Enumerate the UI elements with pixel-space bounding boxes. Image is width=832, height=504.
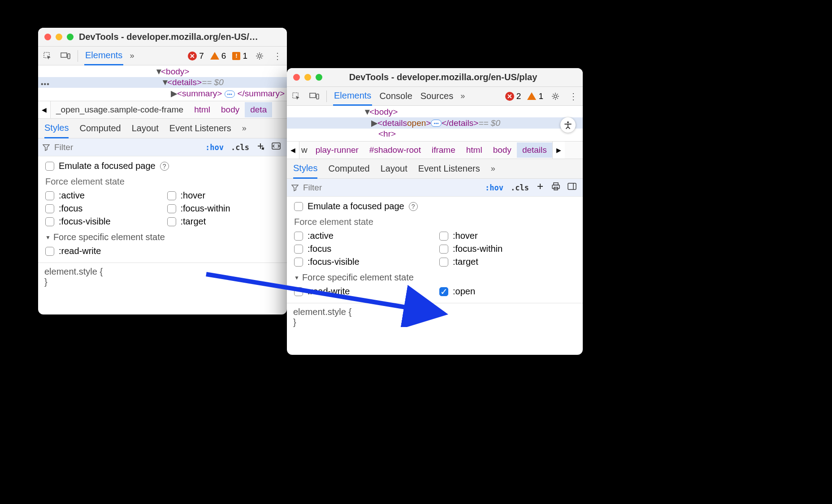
focus-visible-checkbox[interactable]	[45, 217, 54, 226]
tab-sources[interactable]: Sources	[420, 87, 454, 105]
subtab-layout[interactable]: Layout	[132, 119, 159, 138]
subtab-computed[interactable]: Computed	[79, 119, 121, 138]
scroll-right-icon[interactable]: ▶	[552, 142, 565, 159]
zoom-icon[interactable]	[67, 34, 74, 40]
hover-checkbox[interactable]	[439, 232, 448, 241]
emulate-focused-label: Emulate a focused page	[308, 201, 404, 211]
close-icon[interactable]	[44, 34, 51, 40]
more-subtabs-icon[interactable]: »	[491, 164, 495, 173]
crumb-details[interactable]: deta	[245, 102, 272, 117]
inspect-icon[interactable]	[42, 50, 53, 62]
target-checkbox[interactable]	[439, 258, 448, 267]
zoom-icon[interactable]	[316, 74, 322, 81]
focus-within-checkbox[interactable]	[439, 245, 448, 254]
filter-input[interactable]: Filter	[291, 183, 480, 193]
active-checkbox[interactable]	[294, 232, 303, 241]
warnings-badge[interactable]: 1	[527, 91, 543, 101]
crumb-shadow-root[interactable]: #shadow-root	[364, 142, 426, 158]
print-icon[interactable]	[550, 181, 562, 194]
filter-bar: Filter :hov .cls	[38, 138, 287, 156]
cls-button[interactable]: .cls	[229, 142, 251, 153]
svg-rect-12	[552, 185, 559, 189]
gear-icon[interactable]	[550, 90, 561, 102]
focus-checkbox[interactable]	[294, 245, 303, 254]
inspect-icon[interactable]	[290, 90, 302, 102]
specific-state-header[interactable]: ▼Force specific element state	[45, 232, 280, 242]
hov-button[interactable]: :hov	[204, 142, 225, 153]
subtab-event-listeners[interactable]: Event Listeners	[418, 159, 480, 178]
crumb-body[interactable]: body	[216, 102, 245, 117]
ellipsis-icon[interactable]: •••	[225, 90, 235, 98]
kebab-icon[interactable]: ⋮	[272, 50, 283, 62]
emulate-focused-checkbox[interactable]	[294, 202, 303, 211]
scroll-left-icon[interactable]: ◀	[287, 142, 299, 159]
new-style-icon[interactable]	[255, 141, 266, 153]
tab-elements[interactable]: Elements	[333, 87, 372, 106]
specific-state-header[interactable]: ▼Force specific element state	[294, 272, 576, 283]
crumb-details[interactable]: details	[517, 142, 552, 158]
focus-within-checkbox[interactable]	[167, 204, 176, 213]
hover-checkbox[interactable]	[167, 191, 176, 200]
crumb-body[interactable]: body	[488, 142, 517, 158]
emulate-focused-checkbox[interactable]	[45, 162, 54, 171]
dom-tree[interactable]: ▼<body> ••• ▼<details> == $0 ▶<summary> …	[38, 65, 287, 101]
help-icon[interactable]: ?	[160, 162, 169, 171]
more-subtabs-icon[interactable]: »	[242, 124, 247, 133]
svg-rect-1	[61, 53, 67, 57]
target-checkbox[interactable]	[167, 217, 176, 226]
minimize-icon[interactable]	[56, 34, 62, 40]
panel-icon[interactable]	[270, 142, 282, 153]
new-style-icon[interactable]	[534, 181, 546, 194]
element-style-block[interactable]: element.style { }	[38, 263, 287, 291]
device-icon[interactable]	[308, 90, 320, 102]
open-checkbox[interactable]: ✓	[439, 287, 448, 296]
kebab-icon[interactable]: ⋮	[568, 90, 579, 102]
svg-point-10	[567, 121, 569, 123]
hov-button[interactable]: :hov	[483, 182, 505, 193]
overflow-dots-icon[interactable]: •••	[41, 80, 50, 88]
read-write-checkbox[interactable]	[45, 247, 54, 256]
read-write-checkbox[interactable]	[294, 287, 303, 296]
focus-visible-checkbox[interactable]	[294, 258, 303, 267]
crumb-html[interactable]: html	[461, 142, 488, 158]
tab-elements[interactable]: Elements	[84, 47, 123, 65]
info-badge[interactable]: !1	[232, 51, 247, 61]
dom-tree[interactable]: ▼<body> ▶<details open> ••• </details> =…	[287, 106, 583, 141]
subtab-layout[interactable]: Layout	[381, 159, 407, 178]
gear-icon[interactable]	[254, 50, 265, 62]
panel-icon[interactable]	[566, 182, 578, 193]
breadcrumb[interactable]: ◀ _open_usage.sample-code-frame html bod…	[38, 101, 287, 119]
focus-checkbox[interactable]	[45, 204, 54, 213]
ellipsis-icon[interactable]: •••	[431, 120, 442, 127]
crumb-play-runner[interactable]: play-runner	[310, 142, 364, 158]
filter-input[interactable]: Filter	[43, 142, 200, 152]
main-toolbar: Elements » ✕7 6 !1 ⋮	[38, 47, 287, 65]
crumb-iframe[interactable]: iframe	[426, 142, 461, 158]
minimize-icon[interactable]	[304, 74, 311, 81]
crumb-w[interactable]: w	[299, 142, 310, 158]
subtab-styles[interactable]: Styles	[44, 119, 69, 138]
more-tabs-icon[interactable]: »	[460, 91, 465, 101]
crumb-html[interactable]: html	[189, 102, 216, 117]
crumb-frame[interactable]: _open_usage.sample-code-frame	[51, 102, 189, 117]
scroll-left-icon[interactable]: ◀	[38, 101, 51, 118]
errors-badge[interactable]: ✕2	[505, 91, 521, 101]
svg-rect-14	[568, 183, 576, 190]
more-tabs-icon[interactable]: »	[130, 51, 134, 60]
subtab-event-listeners[interactable]: Event Listeners	[169, 119, 231, 138]
filter-icon	[43, 144, 50, 151]
tab-console[interactable]: Console	[378, 87, 413, 105]
element-style-block[interactable]: element.style { }	[287, 303, 583, 331]
help-icon[interactable]: ?	[409, 202, 418, 211]
close-icon[interactable]	[293, 74, 300, 81]
device-icon[interactable]	[60, 50, 71, 62]
errors-badge[interactable]: ✕7	[188, 51, 204, 61]
svg-rect-8	[316, 94, 319, 99]
subtab-computed[interactable]: Computed	[328, 159, 369, 178]
breadcrumb[interactable]: ◀ w play-runner #shadow-root iframe html…	[287, 141, 583, 159]
accessibility-icon[interactable]	[560, 117, 576, 133]
warnings-badge[interactable]: 6	[210, 51, 226, 61]
cls-button[interactable]: .cls	[509, 182, 531, 193]
active-checkbox[interactable]	[45, 191, 54, 200]
subtab-styles[interactable]: Styles	[293, 159, 317, 179]
